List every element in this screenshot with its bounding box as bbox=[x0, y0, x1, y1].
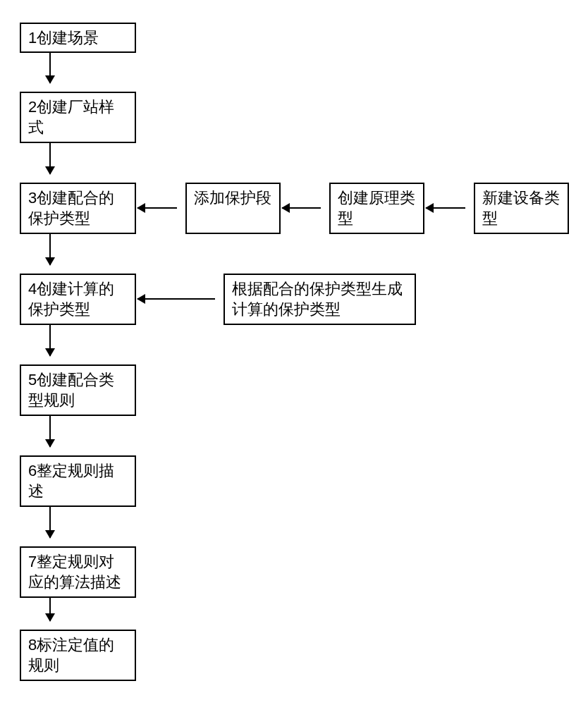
side-box-generate-calc-protection-type: 根据配合的保护类型生成计算的保护类型 bbox=[223, 274, 416, 325]
side-box-create-principle-type: 创建原理类型 bbox=[329, 183, 424, 234]
flowchart-step-1: 1创建场景 bbox=[20, 23, 136, 53]
arrow-left-icon bbox=[426, 207, 465, 209]
side-box-new-device-type: 新建设备类型 bbox=[474, 183, 569, 234]
flowchart-step-4: 4创建计算的保护类型 bbox=[20, 274, 136, 325]
step-label: 3创建配合的保护类型 bbox=[28, 188, 128, 228]
arrow-left-icon bbox=[137, 207, 177, 209]
side-label: 根据配合的保护类型生成计算的保护类型 bbox=[232, 279, 408, 319]
flowchart-step-2: 2创建厂站样式 bbox=[20, 92, 136, 143]
arrow-left-icon bbox=[137, 298, 215, 300]
flowchart-step-3: 3创建配合的保护类型 bbox=[20, 183, 136, 234]
side-label: 添加保护段 bbox=[194, 188, 271, 209]
arrow-down-icon bbox=[49, 53, 51, 83]
arrow-left-icon bbox=[282, 207, 321, 209]
flowchart-step-7: 7整定规则对应的算法描述 bbox=[20, 546, 136, 598]
flowchart-step-8: 8标注定值的规则 bbox=[20, 630, 136, 681]
arrow-down-icon bbox=[49, 416, 51, 447]
side-label: 新建设备类型 bbox=[482, 188, 561, 228]
arrow-down-icon bbox=[49, 325, 51, 356]
step-label: 6整定规则描述 bbox=[28, 461, 128, 501]
step-label: 4创建计算的保护类型 bbox=[28, 279, 128, 319]
side-label: 创建原理类型 bbox=[338, 188, 416, 228]
side-box-add-protection-segment: 添加保护段 bbox=[185, 183, 281, 234]
step-label: 1创建场景 bbox=[28, 28, 99, 49]
step-label: 5创建配合类型规则 bbox=[28, 370, 128, 410]
flowchart-step-6: 6整定规则描述 bbox=[20, 455, 136, 507]
flowchart-step-5: 5创建配合类型规则 bbox=[20, 364, 136, 416]
arrow-down-icon bbox=[49, 507, 51, 538]
arrow-down-icon bbox=[49, 143, 51, 174]
arrow-down-icon bbox=[49, 598, 51, 621]
step-label: 7整定规则对应的算法描述 bbox=[28, 552, 128, 592]
step-label: 2创建厂站样式 bbox=[28, 97, 128, 137]
arrow-down-icon bbox=[49, 234, 51, 265]
step-label: 8标注定值的规则 bbox=[28, 635, 128, 675]
